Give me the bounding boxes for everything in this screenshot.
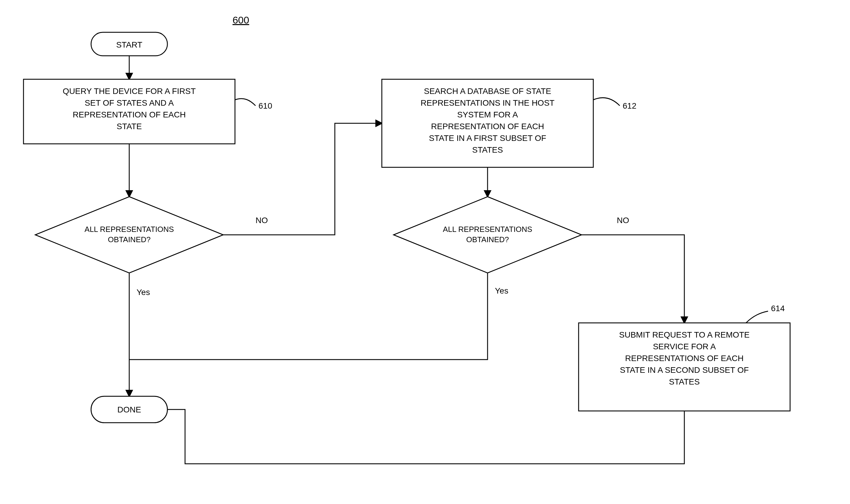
- block-610-line1: QUERY THE DEVICE FOR A FIRST: [63, 87, 196, 96]
- leader-610: [235, 98, 255, 106]
- terminal-start: START: [91, 32, 167, 56]
- edge-d2-yes-merge: [129, 273, 488, 360]
- decision-1: ALL REPRESENTATIONS OBTAINED?: [35, 197, 223, 273]
- block-610: QUERY THE DEVICE FOR A FIRST SET OF STAT…: [23, 79, 235, 144]
- figure-number: 600: [233, 14, 249, 25]
- decision-1-line2: OBTAINED?: [108, 235, 150, 244]
- block-610-line2: SET OF STATES AND A: [85, 98, 174, 107]
- decision-1-line1: ALL REPRESENTATIONS: [85, 225, 174, 234]
- block-614-line5: STATES: [669, 377, 700, 386]
- terminal-done-label: DONE: [118, 405, 141, 414]
- block-610-line4: STATE: [117, 122, 142, 131]
- block-612-line5: STATE IN A FIRST SUBSET OF: [429, 133, 546, 143]
- block-612-line3: SYSTEM FOR A: [457, 110, 518, 119]
- svg-marker-2: [35, 197, 223, 273]
- ref-610: 610: [259, 101, 272, 110]
- ref-612: 612: [623, 101, 636, 110]
- leader-612: [593, 98, 620, 106]
- block-612-line2: REPRESENTATIONS IN THE HOST: [421, 98, 554, 107]
- ref-614: 614: [771, 304, 785, 313]
- svg-marker-4: [393, 197, 582, 273]
- terminal-done: DONE: [91, 396, 167, 423]
- block-612-line6: STATES: [472, 145, 503, 155]
- block-612-line4: REPRESENTATION OF EACH: [431, 122, 544, 131]
- decision-2-line1: ALL REPRESENTATIONS: [443, 225, 532, 234]
- block-610-line3: REPRESENTATION OF EACH: [73, 110, 186, 119]
- edge-d2-no-to-614: [582, 235, 684, 323]
- label-d2-no: NO: [617, 216, 629, 225]
- block-612-line1: SEARCH A DATABASE OF STATE: [424, 87, 551, 96]
- terminal-start-label: START: [116, 40, 142, 49]
- flowchart-canvas: 600 START QUERY THE DEVICE FOR A FIRST S…: [0, 0, 850, 504]
- block-614: SUBMIT REQUEST TO A REMOTE SERVICE FOR A…: [579, 323, 790, 411]
- label-d1-no: NO: [255, 216, 268, 225]
- block-614-line3: REPRESENTATIONS OF EACH: [625, 354, 743, 363]
- block-614-line1: SUBMIT REQUEST TO A REMOTE: [619, 330, 749, 339]
- decision-2-line2: OBTAINED?: [466, 235, 509, 244]
- edge-614-return: [129, 410, 684, 464]
- label-d2-yes: Yes: [495, 286, 509, 295]
- edge-d1-no-to-612: [223, 123, 382, 235]
- block-614-line4: STATE IN A SECOND SUBSET OF: [620, 365, 749, 375]
- label-d1-yes: Yes: [137, 288, 150, 297]
- block-612: SEARCH A DATABASE OF STATE REPRESENTATIO…: [382, 79, 593, 167]
- decision-2: ALL REPRESENTATIONS OBTAINED?: [393, 197, 582, 273]
- leader-614: [746, 311, 768, 323]
- block-614-line2: SERVICE FOR A: [653, 342, 716, 351]
